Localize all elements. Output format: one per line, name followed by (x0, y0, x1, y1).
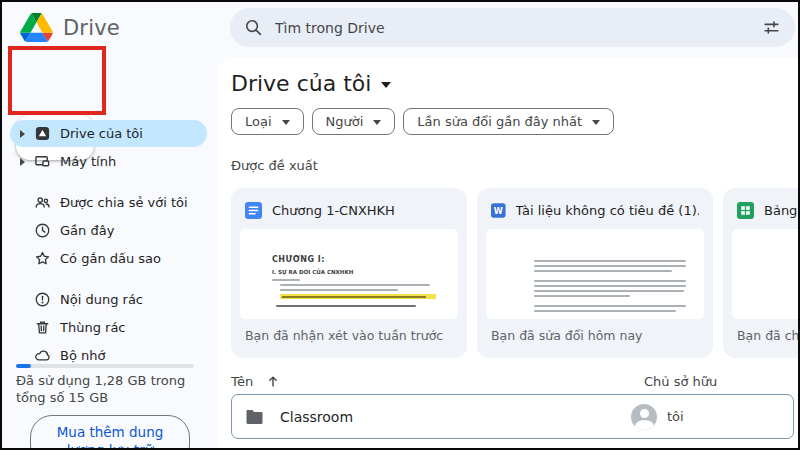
owner-name: tôi (667, 409, 684, 424)
expand-arrow-icon[interactable] (20, 130, 34, 138)
sidebar-item-computers[interactable]: Máy tính (10, 148, 207, 175)
folder-icon (245, 409, 264, 425)
google-sheets-icon (737, 202, 754, 219)
google-drive-window: Drive Mới (0, 0, 800, 450)
sidebar-item-label: Có gắn dấu sao (60, 251, 161, 266)
app-title: Drive (63, 16, 120, 40)
filter-chip-type[interactable]: Loại (231, 108, 304, 135)
document-preview: CHƯƠNG I: I. SỰ RA ĐỜI CỦA CNXHKH (240, 229, 458, 319)
card-activity: Bạn đã chỉnh sửa (723, 319, 800, 352)
sidebar-item-label: Drive của tôi (60, 126, 143, 141)
sidebar-item-trash[interactable]: Thùng rác (10, 314, 207, 341)
suggested-card-sheets[interactable]: Bảng Tự đụng Trắng 1 Bạn đã chỉnh sửa (723, 188, 800, 358)
preview-text-lines (272, 279, 432, 307)
chip-label: Loại (245, 114, 272, 129)
chevron-down-icon (381, 82, 391, 88)
card-title: Chương 1-CNXHKH (272, 203, 395, 218)
chevron-down-icon (592, 120, 600, 125)
file-table-header: Tên Chủ sở hữu (231, 374, 798, 389)
document-preview (486, 229, 704, 319)
top-bar: Drive (2, 2, 800, 58)
advanced-search-tune-icon[interactable] (762, 18, 781, 37)
computers-icon (34, 153, 54, 170)
owner-avatar (631, 404, 657, 430)
storage-cloud-icon (34, 347, 54, 364)
my-drive-icon (34, 125, 54, 142)
column-header-owner[interactable]: Chủ sở hữu (644, 374, 717, 389)
file-row-classroom[interactable]: Classroom tôi (231, 394, 794, 439)
column-header-name[interactable]: Tên (231, 374, 279, 389)
sidebar-item-label: Gần đây (60, 223, 114, 238)
recent-icon (34, 222, 54, 239)
storage-progress-bar (16, 364, 194, 368)
word-file-icon: W (491, 202, 506, 219)
search-bar[interactable] (230, 8, 795, 47)
storage-usage-text: Đã sử dụng 1,28 GB trong tổng số 15 GB (16, 372, 196, 406)
sidebar: Mới Drive của tôi Máy tính (2, 58, 217, 448)
card-activity: Bạn đã sửa đổi hôm nay (477, 319, 713, 352)
suggested-cards-row: Chương 1-CNXHKH CHƯƠNG I: I. SỰ RA ĐỜI C… (231, 188, 800, 358)
sidebar-item-label: Nội dung rác (60, 292, 143, 307)
preview-subheading: I. SỰ RA ĐỜI CỦA CNXHKH (272, 269, 458, 275)
suggested-card-docs[interactable]: Chương 1-CNXHKH CHƯƠNG I: I. SỰ RA ĐỜI C… (231, 188, 467, 358)
preview-heading: CHƯƠNG I: (272, 255, 458, 264)
sidebar-item-label: Thùng rác (60, 320, 126, 335)
chevron-down-icon (282, 120, 290, 125)
card-title: Bảng (764, 203, 797, 218)
chevron-down-icon (373, 120, 381, 125)
card-activity: Bạn đã nhận xét vào tuần trước (231, 319, 467, 352)
page-title: Drive của tôi (231, 71, 371, 96)
trash-icon (34, 319, 54, 336)
sidebar-item-starred[interactable]: Có gắn dấu sao (10, 245, 207, 272)
sidebar-item-spam[interactable]: Nội dung rác (10, 286, 207, 313)
sidebar-item-label: Bộ nhớ (60, 348, 105, 363)
suggested-card-word[interactable]: W Tài liệu không có tiêu đề (1).do... (477, 188, 713, 358)
sidebar-item-label: Được chia sẻ với tôi (60, 195, 188, 210)
filter-chip-people[interactable]: Người (312, 108, 396, 135)
shared-with-me-icon (34, 194, 54, 211)
sidebar-nav: Drive của tôi Máy tính Được chia sẻ với … (2, 120, 217, 370)
chip-label: Người (326, 114, 364, 129)
chip-label: Lần sửa đổi gần đây nhất (417, 114, 582, 129)
storage-progress-fill (16, 364, 31, 368)
sidebar-item-recent[interactable]: Gần đây (10, 217, 207, 244)
buy-storage-button[interactable]: Mua thêm dung lượng lưu trữ (30, 415, 190, 450)
sort-ascending-icon (267, 375, 279, 388)
sidebar-item-my-drive[interactable]: Drive của tôi (10, 120, 207, 147)
spam-icon (34, 291, 54, 308)
filter-chip-modified[interactable]: Lần sửa đổi gần đây nhất (403, 108, 614, 135)
spreadsheet-preview: Tự đụng Trắng 1 (732, 229, 800, 319)
card-title: Tài liệu không có tiêu đề (1).do... (516, 203, 699, 218)
search-icon (244, 18, 263, 37)
filter-chip-row: Loại Người Lần sửa đổi gần đây nhất (231, 108, 614, 135)
expand-arrow-icon[interactable] (20, 158, 34, 166)
sidebar-item-label: Máy tính (60, 154, 116, 169)
page-title-dropdown[interactable]: Drive của tôi (231, 71, 391, 96)
starred-icon (34, 250, 54, 267)
svg-text:W: W (494, 206, 503, 216)
google-drive-logo-icon (20, 13, 53, 42)
main-content: Drive của tôi Loại Người Lần sửa đổi gần… (217, 58, 798, 448)
drive-logo-brand[interactable]: Drive (20, 13, 120, 42)
preview-text-lines (534, 260, 684, 312)
file-name: Classroom (280, 409, 353, 425)
search-input[interactable] (275, 20, 750, 36)
sidebar-item-shared-with-me[interactable]: Được chia sẻ với tôi (10, 189, 207, 216)
google-docs-icon (245, 202, 262, 219)
suggested-section-label: Được đề xuất (231, 158, 318, 173)
